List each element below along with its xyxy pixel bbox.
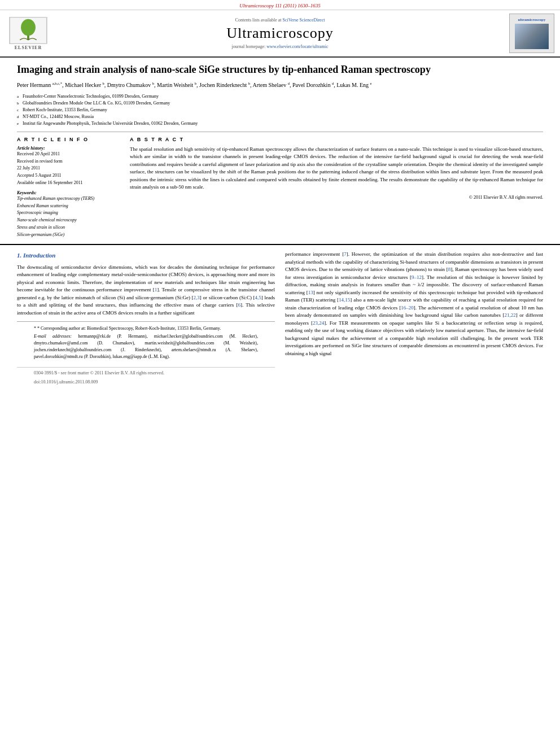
top-bar: Ultramicroscopy 111 (2011) 1630–1635	[0, 0, 560, 10]
affil-b: Globalfoundries Dresden Module One LLC &…	[23, 100, 170, 107]
homepage-link[interactable]: www.elsevier.com/locate/ultramic	[266, 44, 328, 49]
received-revised-label: Received in revised form	[17, 158, 119, 165]
elsevier-wordmark: ELSEVIER	[15, 45, 42, 50]
abstract-title: A B S T R A C T	[130, 137, 543, 142]
elsevier-logo-svg	[8, 17, 49, 44]
article-info-title: A R T I C L E I N F O	[17, 137, 119, 142]
article-header: Imaging and strain analysis of nano-scal…	[0, 58, 560, 245]
keyword-4: Nano-scale chemical microscopy	[17, 217, 119, 224]
svg-point-2	[21, 19, 36, 36]
section1-para1: The downscaling of semiconductor device …	[17, 264, 275, 317]
email-label: E-mail addresses:	[34, 334, 72, 339]
accepted-date: Accepted 5 August 2011	[17, 172, 119, 180]
elsevier-logo: ELSEVIER	[6, 17, 51, 50]
journal-thumbnail: ultramicroscopy	[509, 14, 554, 53]
doi-line: doi:10.1016/j.ultramic.2011.08.009	[17, 379, 275, 388]
doi-text: doi:10.1016/j.ultramic.2011.08.009	[34, 379, 98, 385]
body-right-col: performance improvement [7]. However, th…	[285, 251, 543, 388]
homepage-line: journal homepage: www.elsevier.com/locat…	[51, 44, 509, 49]
body-left-col: 1. Introduction The downscaling of semic…	[17, 251, 275, 388]
affil-e: Institut für Angewandte Photophysik, Tec…	[23, 120, 198, 127]
journal-header: ELSEVIER Contents lists available at Sci…	[0, 10, 560, 58]
bottom-bar: 0304-3991/$ - see front matter © 2011 El…	[17, 367, 275, 379]
ref-4-5[interactable]: 4,5	[255, 295, 261, 300]
ref-8[interactable]: 8	[448, 267, 451, 272]
ref-6[interactable]: 6	[238, 302, 241, 308]
copyright: © 2011 Elsevier B.V. All rights reserved…	[130, 195, 543, 200]
issn-text: 0304-3991/$ - see front matter © 2011 El…	[34, 370, 164, 377]
email-footnote: E-mail addresses: hermannp@rki.de (P. He…	[34, 333, 258, 360]
ref-1[interactable]: 1	[155, 287, 158, 292]
abstract-col: A B S T R A C T The spatial resolution a…	[130, 137, 543, 239]
affiliations: aFraunhofer-Center Nanoelectronic Techno…	[17, 93, 543, 127]
ref-2-3[interactable]: 2,3	[194, 295, 200, 300]
received-date: Received 20 April 2011	[17, 151, 119, 158]
abstract-text: The spatial resolution and high sensitiv…	[130, 146, 543, 191]
article-title: Imaging and strain analysis of nano-scal…	[17, 63, 543, 76]
keyword-2: Enhanced Raman scattering	[17, 203, 119, 210]
ref-16-20[interactable]: 16–20	[401, 305, 414, 311]
revised-date: 22 July 2011	[17, 165, 119, 172]
info-abstract-row: A R T I C L E I N F O Article history: R…	[17, 137, 543, 239]
article-dates: Received 20 April 2011 Received in revis…	[17, 151, 119, 187]
section1-para2: performance improvement [7]. However, th…	[285, 251, 543, 357]
thumb-journal-name: ultramicroscopy	[518, 18, 546, 22]
keywords-label: Keywords:	[17, 190, 119, 195]
ref-13[interactable]: 13	[308, 290, 313, 295]
ref-9-12[interactable]: 9–12	[412, 274, 422, 280]
keyword-1: Tip-enhanced Raman spectroscopy (TERS)	[17, 195, 119, 203]
thumb-image	[515, 24, 549, 49]
authors-line: Peter Hermann a,b,c,*, Michael Hecker b,…	[17, 81, 543, 89]
affil-a: Fraunhofer-Center Nanoelectronic Technol…	[23, 93, 159, 100]
sciverse-link[interactable]: SciVerse ScienceDirect	[283, 18, 325, 23]
keywords-list: Tip-enhanced Raman spectroscopy (TERS) E…	[17, 195, 119, 239]
keyword-3: Spectroscopic imaging	[17, 209, 119, 217]
ref-23-24[interactable]: 23,24	[313, 320, 324, 326]
keyword-5: Stress and strain in silicon	[17, 224, 119, 231]
footnote-area: * * Corresponding author at: Biomedical …	[17, 321, 275, 365]
divider	[17, 132, 543, 132]
corresponding-text: * Corresponding author at: Biomedical Sp…	[37, 326, 221, 331]
history-label: Article history:	[17, 146, 119, 151]
section1-title: 1. Introduction	[17, 251, 275, 260]
keyword-6: Silicon-germanium (SiGe)	[17, 231, 119, 239]
ref-7[interactable]: 7	[344, 251, 347, 257]
corresponding-footnote: * * Corresponding author at: Biomedical …	[34, 325, 258, 332]
ref-14-15[interactable]: 14,15	[339, 297, 350, 303]
available-date: Available online 16 September 2011	[17, 180, 119, 187]
sciverse-line: Contents lists available at SciVerse Sci…	[51, 18, 509, 23]
affil-c: Robert Koch-Institute, 13353 Berlin, Ger…	[23, 107, 107, 113]
ref-21-22[interactable]: 21,22	[505, 312, 516, 318]
affil-d: NT-MDT Co., 124482 Moscow, Russia	[23, 113, 94, 120]
citation-text: Ultramicroscopy 111 (2011) 1630–1635	[239, 3, 320, 8]
journal-center: Contents lists available at SciVerse Sci…	[51, 18, 509, 49]
journal-title: Ultramicroscopy	[51, 25, 509, 42]
article-info-col: A R T I C L E I N F O Article history: R…	[17, 137, 119, 239]
body-content: 1. Introduction The downscaling of semic…	[0, 245, 560, 394]
